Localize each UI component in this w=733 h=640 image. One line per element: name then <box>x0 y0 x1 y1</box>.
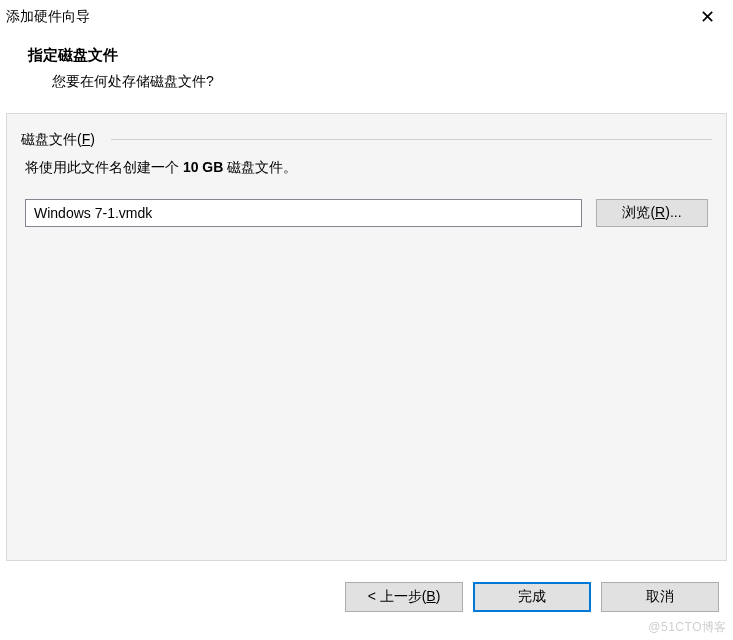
back-suffix: ) <box>436 588 441 604</box>
wizard-header: 指定磁盘文件 您要在何处存储磁盘文件? <box>0 32 733 113</box>
back-hotkey: B <box>426 588 435 604</box>
label-text: ) <box>90 131 95 147</box>
page-subtitle: 您要在何处存储磁盘文件? <box>28 73 723 91</box>
browse-button[interactable]: 浏览(R)... <box>596 199 708 227</box>
titlebar: 添加硬件向导 ✕ <box>0 0 733 32</box>
label-hotkey: F <box>82 131 91 147</box>
filename-row: 浏览(R)... <box>25 199 708 227</box>
close-icon[interactable]: ✕ <box>692 6 723 28</box>
content-panel: 磁盘文件(F) 将使用此文件名创建一个 10 GB 磁盘文件。 浏览(R)... <box>6 113 727 561</box>
filename-input[interactable] <box>25 199 582 227</box>
page-title: 指定磁盘文件 <box>28 46 723 65</box>
wizard-footer: < 上一步(B) 完成 取消 <box>0 572 733 640</box>
description-text: 将使用此文件名创建一个 10 GB 磁盘文件。 <box>25 159 708 177</box>
desc-prefix: 将使用此文件名创建一个 <box>25 159 183 175</box>
finish-button[interactable]: 完成 <box>473 582 591 612</box>
browse-prefix: 浏览( <box>622 204 655 220</box>
desc-suffix: 磁盘文件。 <box>223 159 297 175</box>
back-button[interactable]: < 上一步(B) <box>345 582 463 612</box>
back-prefix: < 上一步( <box>368 588 427 604</box>
window-title: 添加硬件向导 <box>6 8 90 26</box>
watermark: @51CTO博客 <box>648 619 727 636</box>
label-text: 磁盘文件( <box>21 131 82 147</box>
browse-suffix: )... <box>665 204 681 220</box>
cancel-button[interactable]: 取消 <box>601 582 719 612</box>
desc-size: 10 GB <box>183 159 223 175</box>
fieldset-divider <box>111 139 712 140</box>
browse-hotkey: R <box>655 204 665 220</box>
disk-file-label: 磁盘文件(F) <box>21 131 99 149</box>
disk-file-fieldset: 磁盘文件(F) <box>21 122 712 141</box>
